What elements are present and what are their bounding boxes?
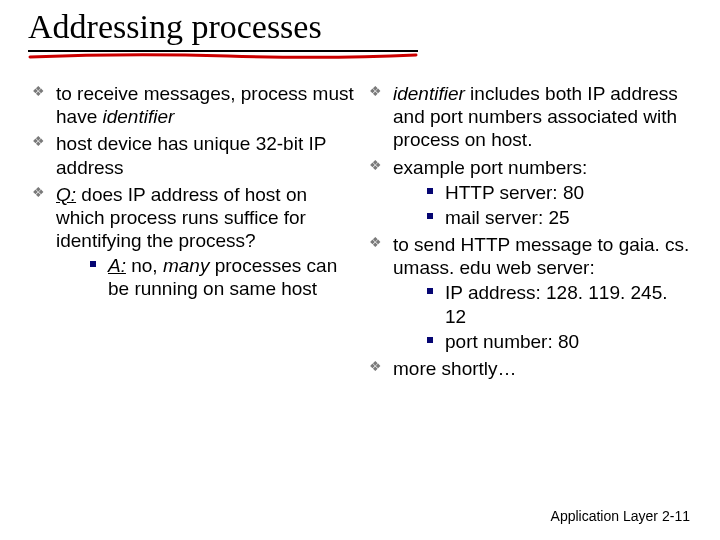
right-item-1: identifier includes both IP address and …	[369, 82, 692, 152]
footer: Application Layer2-11	[551, 508, 690, 524]
left-item-1: to receive messages, process must have i…	[32, 82, 355, 128]
left-item-3-sub-1: A: no, many processes can be running on …	[90, 254, 355, 300]
text: does IP address of host on which process…	[56, 184, 307, 251]
text: example port numbers:	[393, 157, 587, 178]
right-item-2-sub-2: mail server: 25	[427, 206, 692, 229]
slide-title: Addressing processes	[28, 8, 322, 46]
text: to send HTTP message to gaia. cs. umass.…	[393, 234, 689, 278]
right-item-2-sub: HTTP server: 80 mail server: 25	[393, 181, 692, 229]
text: no,	[126, 255, 163, 276]
right-item-3-sub-2: port number: 80	[427, 330, 692, 353]
right-item-2: example port numbers: HTTP server: 80 ma…	[369, 156, 692, 230]
left-item-3-sub: A: no, many processes can be running on …	[56, 254, 355, 300]
right-item-3: to send HTTP message to gaia. cs. umass.…	[369, 233, 692, 353]
right-list: identifier includes both IP address and …	[365, 82, 692, 380]
text-italic: many	[163, 255, 209, 276]
a-label: A:	[108, 255, 126, 276]
q-label: Q:	[56, 184, 76, 205]
right-item-3-sub-1: IP address: 128. 119. 245. 12	[427, 281, 692, 327]
right-item-3-sub: IP address: 128. 119. 245. 12 port numbe…	[393, 281, 692, 353]
left-column: to receive messages, process must have i…	[28, 82, 355, 384]
slide: Addressing processes to receive messages…	[0, 0, 720, 540]
text-italic: identifier	[102, 106, 174, 127]
right-item-2-sub-1: HTTP server: 80	[427, 181, 692, 204]
footer-label: Application Layer	[551, 508, 658, 524]
text: to receive messages, process must have	[56, 83, 354, 127]
footer-page: 2-11	[662, 508, 690, 524]
right-column: identifier includes both IP address and …	[355, 82, 692, 384]
left-list: to receive messages, process must have i…	[28, 82, 355, 301]
text-italic: identifier	[393, 83, 465, 104]
right-item-4: more shortly…	[369, 357, 692, 380]
left-item-3: Q: does IP address of host on which proc…	[32, 183, 355, 301]
left-item-2: host device has unique 32-bit IP address	[32, 132, 355, 178]
columns: to receive messages, process must have i…	[28, 82, 692, 384]
title-underline	[28, 48, 418, 58]
